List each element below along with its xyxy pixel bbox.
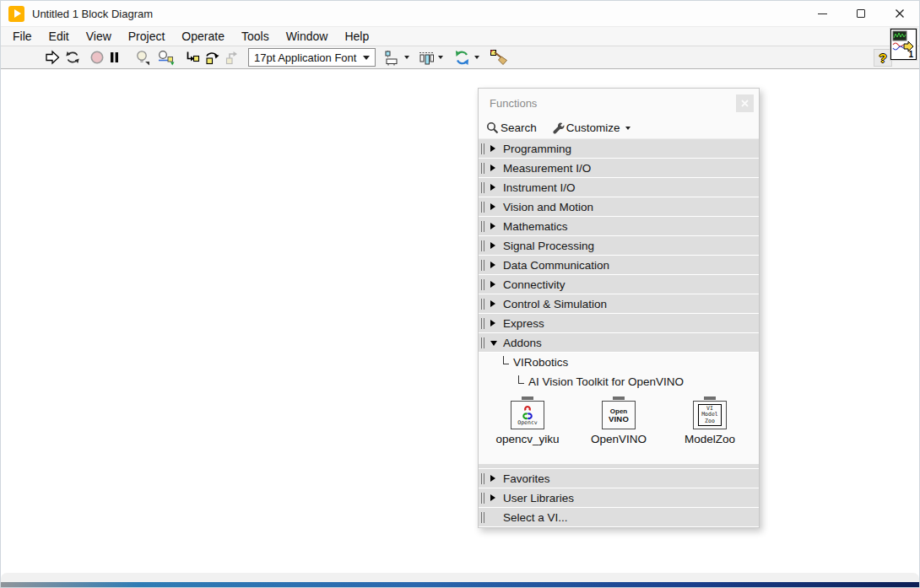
run-button[interactable] xyxy=(43,47,62,67)
category-measurement-io[interactable]: Measurement I/O xyxy=(479,159,759,178)
category-instrument-io[interactable]: Instrument I/O xyxy=(479,178,759,197)
grip-icon xyxy=(481,512,484,523)
menu-project[interactable]: Project xyxy=(120,28,174,45)
block-diagram-canvas[interactable] xyxy=(1,69,919,574)
maximize-icon xyxy=(857,9,865,18)
category-signal-processing[interactable]: Signal Processing xyxy=(479,236,759,256)
menu-help[interactable]: Help xyxy=(336,28,377,45)
palette-header[interactable]: Functions xyxy=(479,89,759,117)
tree-elbow-icon xyxy=(518,375,524,384)
modelzoo-icon: VI Model Zoo xyxy=(693,401,727,429)
tool-opencv-yiku[interactable]: Opencv opencv_yiku xyxy=(485,396,570,445)
menu-view[interactable]: View xyxy=(78,28,120,45)
menu-edit[interactable]: Edit xyxy=(41,28,78,45)
close-button[interactable] xyxy=(880,1,919,26)
highlight-execution-button[interactable] xyxy=(133,47,152,67)
modelzoo-inner-frame: VI Model Zoo xyxy=(698,404,722,427)
palette-close-button[interactable] xyxy=(736,94,754,112)
chevron-down-icon xyxy=(363,56,370,60)
palette-title: Functions xyxy=(490,97,537,110)
openvino-icon: Open VINO xyxy=(602,401,636,429)
grip-icon xyxy=(481,337,484,348)
grip-icon xyxy=(481,143,484,154)
step-over-button[interactable] xyxy=(202,47,222,67)
openvino-text-bottom: VINO xyxy=(609,415,629,423)
category-mathematics[interactable]: Mathematics xyxy=(479,217,759,236)
palette-tab-icon xyxy=(704,396,716,400)
expand-arrow-icon xyxy=(490,475,495,482)
tool-openvino[interactable]: Open VINO OpenVINO xyxy=(576,396,661,445)
step-over-icon xyxy=(203,50,220,65)
align-objects-button[interactable] xyxy=(382,47,411,67)
close-icon xyxy=(741,100,749,107)
expand-arrow-icon xyxy=(490,184,495,191)
menu-window[interactable]: Window xyxy=(278,28,337,45)
category-connectivity[interactable]: Connectivity xyxy=(479,275,759,294)
font-selector-value: 17pt Application Font xyxy=(254,51,356,64)
minimize-button[interactable] xyxy=(803,1,842,26)
category-label: Programming xyxy=(503,143,571,155)
step-into-button[interactable] xyxy=(182,47,202,67)
expand-arrow-icon xyxy=(490,223,495,229)
category-programming[interactable]: Programming xyxy=(479,139,759,159)
category-addons[interactable]: Addons xyxy=(479,333,759,353)
tool-modelzoo[interactable]: VI Model Zoo ModelZoo xyxy=(668,396,752,445)
abort-button xyxy=(88,47,106,67)
desktop-edge-line xyxy=(1,582,919,587)
menu-file[interactable]: File xyxy=(4,28,41,45)
select-a-vi-item[interactable]: Select a VI... xyxy=(479,508,759,527)
pause-icon xyxy=(108,50,121,65)
step-out-icon xyxy=(224,50,240,65)
category-label: Favorites xyxy=(503,472,550,485)
context-help-button[interactable]: ? xyxy=(874,49,892,67)
grip-icon xyxy=(481,473,484,484)
chevron-down-icon xyxy=(474,56,479,59)
distribute-objects-button[interactable] xyxy=(416,47,445,67)
palette-tab-icon xyxy=(613,396,625,400)
menu-bar: File Edit View Project Operate Tools Win… xyxy=(1,26,919,46)
category-express[interactable]: Express xyxy=(479,314,759,333)
subcategory-label: VIRobotics xyxy=(513,356,568,369)
pause-button[interactable] xyxy=(106,47,122,67)
menu-operate[interactable]: Operate xyxy=(173,28,233,45)
resize-objects-button[interactable] xyxy=(452,47,481,67)
help-question-label: ? xyxy=(879,51,886,65)
run-continuously-button[interactable] xyxy=(62,47,83,67)
grip-icon xyxy=(481,221,484,232)
category-vision-and-motion[interactable]: Vision and Motion xyxy=(479,197,759,217)
wrench-icon xyxy=(552,121,565,134)
category-control-simulation[interactable]: Control & Simulation xyxy=(479,294,759,314)
retain-wire-values-icon xyxy=(157,50,176,66)
font-selector[interactable]: 17pt Application Font xyxy=(248,48,376,67)
category-label: Mathematics xyxy=(503,220,568,233)
menu-tools[interactable]: Tools xyxy=(233,28,278,45)
opencv-logo-icon xyxy=(518,405,537,420)
expand-arrow-icon xyxy=(490,262,495,268)
resize-objects-icon xyxy=(453,50,471,66)
category-user-libraries[interactable]: User Libraries xyxy=(479,488,759,508)
category-favorites[interactable]: Favorites xyxy=(479,469,759,488)
grip-icon xyxy=(481,202,484,213)
palette-tools-row: Opencv opencv_yiku Open VINO OpenVINO xyxy=(479,391,759,464)
grip-icon xyxy=(481,182,484,193)
grip-icon xyxy=(481,493,484,504)
retain-wire-values-button[interactable] xyxy=(155,47,177,67)
collapse-arrow-icon xyxy=(490,341,497,346)
cleanup-diagram-button[interactable] xyxy=(488,47,510,67)
vi-icon-pane[interactable]: 1 xyxy=(890,29,917,60)
search-button[interactable]: Search xyxy=(501,121,537,134)
title-bar: Untitled 1 Block Diagram xyxy=(1,1,919,26)
category-data-communication[interactable]: Data Communication xyxy=(479,256,759,275)
maximize-button[interactable] xyxy=(842,1,880,26)
subcategory-label: AI Vision Toolkit for OpenVINO xyxy=(528,375,684,388)
palette-tab-icon xyxy=(522,396,533,400)
tree-elbow-icon xyxy=(503,356,509,364)
customize-button[interactable]: Customize xyxy=(566,121,620,134)
subcategory-ai-vision-toolkit[interactable]: AI Vision Toolkit for OpenVINO xyxy=(479,372,759,391)
functions-palette: Functions Search Customize Programming M… xyxy=(478,88,760,528)
expand-arrow-icon xyxy=(490,320,495,326)
cleanup-diagram-icon xyxy=(490,49,508,66)
chevron-down-icon xyxy=(404,56,409,59)
subcategory-virobotics[interactable]: VIRobotics xyxy=(479,353,759,372)
grip-icon xyxy=(481,299,484,310)
